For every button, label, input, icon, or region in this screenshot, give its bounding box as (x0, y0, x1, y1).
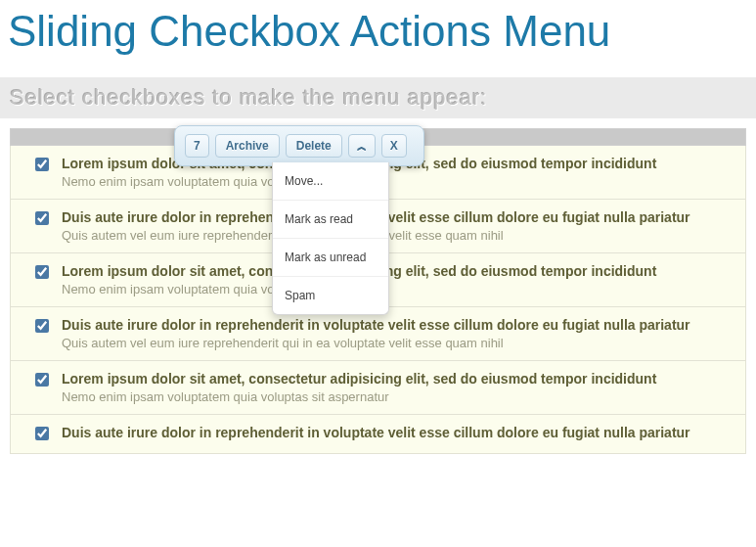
row-title: Duis aute irure dolor in reprehenderit i… (62, 209, 734, 225)
checkbox-cell (22, 209, 62, 225)
row-title: Duis aute irure dolor in reprehenderit i… (62, 317, 734, 333)
row-subtitle: Quis autem vel eum iure reprehenderit qu… (62, 336, 734, 350)
dropdown-item-mark-read[interactable]: Mark as read (273, 200, 388, 238)
list-item: Duis aute irure dolor in reprehenderit i… (10, 307, 746, 361)
dropdown-item-spam[interactable]: Spam (273, 276, 388, 314)
delete-button[interactable]: Delete (286, 134, 342, 158)
checkbox-cell (22, 263, 62, 279)
row-checkbox[interactable] (35, 265, 49, 279)
row-subtitle: Nemo enim ipsam voluptatem quia voluptas… (62, 174, 734, 189)
action-bar: 7 Archive Delete ︽ X (174, 125, 424, 166)
action-menu: 7 Archive Delete ︽ X Move... Mark as rea… (174, 125, 424, 166)
row-checkbox[interactable] (35, 211, 49, 225)
row-title: Lorem ipsum dolor sit amet, consectetur … (62, 263, 734, 279)
row-checkbox[interactable] (35, 158, 49, 171)
row-subtitle: Nemo enim ipsam voluptatem quia voluptas… (62, 389, 734, 404)
row-text: Duis aute irure dolor in reprehenderit i… (62, 425, 734, 443)
list-item: Lorem ipsum dolor sit amet, consectetur … (10, 361, 746, 415)
row-subtitle: Nemo enim ipsam voluptatem quia voluptas… (62, 282, 734, 296)
checkbox-cell (22, 371, 62, 387)
row-title: Lorem ipsum dolor sit amet, consectetur … (62, 371, 734, 387)
chevron-up-icon: ︽ (357, 142, 367, 152)
row-checkbox[interactable] (35, 427, 49, 440)
row-checkbox[interactable] (35, 319, 49, 333)
selected-count-button[interactable]: 7 (185, 134, 209, 158)
more-actions-dropdown: Move... Mark as read Mark as unread Spam (272, 162, 389, 315)
list-item: Duis aute irure dolor in reprehenderit i… (10, 415, 746, 454)
row-subtitle: Quis autem vel eum iure reprehenderit qu… (62, 228, 734, 243)
row-text: Duis aute irure dolor in reprehenderit i… (62, 209, 734, 243)
archive-button[interactable]: Archive (215, 134, 280, 158)
row-checkbox[interactable] (35, 373, 49, 387)
close-button[interactable]: X (381, 134, 407, 158)
instruction-text: Select checkboxes to make the menu appea… (10, 85, 487, 110)
dropdown-item-move[interactable]: Move... (273, 162, 388, 200)
checkbox-cell (22, 156, 62, 171)
dropdown-item-mark-unread[interactable]: Mark as unread (273, 238, 388, 276)
page-title: Sliding Checkbox Actions Menu (0, 0, 756, 68)
checkbox-cell (22, 425, 62, 440)
row-title: Duis aute irure dolor in reprehenderit i… (62, 425, 734, 440)
row-text: Duis aute irure dolor in reprehenderit i… (62, 317, 734, 350)
instruction-bar: Select checkboxes to make the menu appea… (0, 77, 756, 118)
row-text: Lorem ipsum dolor sit amet, consectetur … (62, 263, 734, 296)
collapse-button[interactable]: ︽ (348, 134, 376, 158)
checkbox-cell (22, 317, 62, 333)
row-text: Lorem ipsum dolor sit amet, consectetur … (62, 371, 734, 404)
